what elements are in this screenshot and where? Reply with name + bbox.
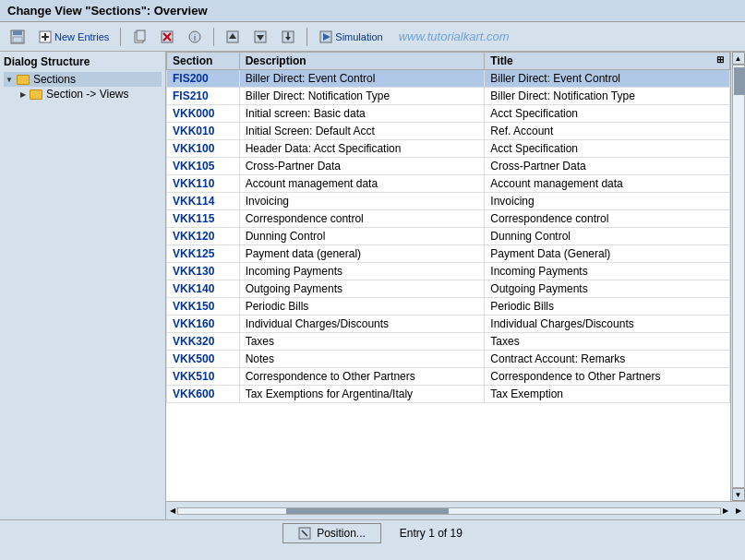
table-row[interactable]: VKK110Account management dataAccount man…: [167, 175, 730, 193]
cell-description: Periodic Bills: [239, 298, 485, 316]
table-row[interactable]: VKK000Initial screen: Basic dataAcct Spe…: [167, 105, 730, 123]
col-title: Title ⊞: [485, 53, 730, 70]
cell-description: Outgoing Payments: [239, 280, 485, 298]
info-button[interactable]: i: [183, 27, 207, 47]
delete-icon: [160, 30, 174, 44]
scroll-right-button[interactable]: ▶: [721, 506, 730, 515]
cell-section: VKK510: [167, 368, 240, 386]
child-arrow: ▶: [20, 90, 26, 99]
move-down-button[interactable]: [248, 27, 272, 47]
table-row[interactable]: VKK160Individual Charges/DiscountsIndivi…: [167, 316, 730, 333]
cell-section: VKK500: [167, 351, 240, 368]
save-button[interactable]: [6, 27, 30, 47]
table-row[interactable]: VKK120Dunning ControlDunning Control: [167, 228, 730, 245]
cell-section: VKK125: [167, 245, 240, 263]
svg-rect-1: [13, 30, 22, 35]
table-row[interactable]: VKK115Correspondence controlCorresponden…: [167, 210, 730, 228]
table-wrapper: Section Description Title ⊞ FIS200Biller…: [166, 52, 745, 501]
table-row[interactable]: VKK500NotesContract Account: Remarks: [167, 351, 730, 368]
position-button[interactable]: Position...: [282, 523, 381, 543]
new-entries-icon: [38, 30, 53, 44]
simulation-icon: [318, 30, 333, 44]
table-row[interactable]: VKK125Payment data (general)Payment Data…: [167, 245, 730, 263]
info-icon: i: [187, 30, 202, 44]
export-icon: [281, 30, 295, 44]
cell-title: Correspondence control: [485, 210, 730, 228]
position-icon: [298, 527, 311, 540]
new-entries-label: New Entries: [54, 31, 109, 42]
table-row[interactable]: VKK600Tax Exemptions for Argentina/Italy…: [167, 386, 730, 403]
svg-text:i: i: [194, 33, 196, 42]
cell-title: Account management data: [485, 175, 730, 193]
separator-1: [120, 28, 121, 46]
scroll-track: [732, 65, 745, 488]
cell-description: Correspondence control: [239, 210, 485, 228]
delete-button[interactable]: [155, 27, 179, 47]
table-row[interactable]: VKK010Initial Screen: Default AcctRef. A…: [167, 123, 730, 140]
new-entries-button[interactable]: New Entries: [33, 27, 114, 47]
sidebar-item-section-views[interactable]: ▶ Section -> Views: [18, 87, 162, 101]
cell-section: FIS210: [167, 88, 240, 105]
move-up-icon: [225, 30, 240, 44]
cell-title: Taxes: [485, 333, 730, 351]
cell-section: VKK110: [167, 175, 240, 193]
sections-label: Sections: [33, 73, 76, 86]
cell-title: Ref. Account: [485, 123, 730, 140]
vertical-scrollbar[interactable]: ▲ ▼: [730, 52, 745, 501]
simulation-button[interactable]: Simulation: [314, 27, 387, 47]
table-row[interactable]: VKK130Incoming PaymentsIncoming Payments: [167, 263, 730, 280]
table-row[interactable]: VKK140Outgoing PaymentsOutgoing Payments: [167, 280, 730, 298]
scroll-down-button[interactable]: ▼: [732, 488, 745, 501]
cell-section: VKK130: [167, 263, 240, 280]
cell-section: VKK000: [167, 105, 240, 123]
table-row[interactable]: FIS210Biller Direct: Notification TypeBi…: [167, 88, 730, 105]
cell-section: VKK010: [167, 123, 240, 140]
cell-section: VKK140: [167, 280, 240, 298]
table-scroll[interactable]: Section Description Title ⊞ FIS200Biller…: [166, 52, 730, 501]
cell-title: Contract Account: Remarks: [485, 351, 730, 368]
export-button[interactable]: [276, 27, 300, 47]
table-row[interactable]: VKK100Header Data: Acct SpecificationAcc…: [167, 140, 730, 158]
watermark: www.tutorialkart.com: [399, 30, 510, 43]
entry-info: Entry 1 of 19: [400, 527, 463, 540]
folder-icon-child: [30, 89, 42, 100]
svg-rect-2: [13, 37, 22, 42]
table-row[interactable]: VKK150Periodic BillsPeriodic Bills: [167, 298, 730, 316]
cell-description: Account management data: [239, 175, 485, 193]
cell-title: Outgoing Payments: [485, 280, 730, 298]
folder-icon: [17, 75, 30, 85]
cell-section: VKK150: [167, 298, 240, 316]
h-scroll-right-2[interactable]: ▶: [734, 506, 743, 515]
table-row[interactable]: FIS200Biller Direct: Event ControlBiller…: [167, 70, 730, 88]
cell-description: Individual Charges/Discounts: [239, 316, 485, 333]
table-row[interactable]: VKK510Correspondence to Other PartnersCo…: [167, 368, 730, 386]
cell-section: VKK115: [167, 210, 240, 228]
table-row[interactable]: VKK114InvoicingInvoicing: [167, 193, 730, 210]
table-row[interactable]: VKK105Cross-Partner DataCross-Partner Da…: [167, 158, 730, 175]
scroll-left-button[interactable]: ◀: [168, 506, 177, 515]
cell-description: Invoicing: [239, 193, 485, 210]
table-row[interactable]: VKK320TaxesTaxes: [167, 333, 730, 351]
cell-description: Taxes: [239, 333, 485, 351]
cell-title: Payment Data (General): [485, 245, 730, 263]
cell-description: Initial screen: Basic data: [239, 105, 485, 123]
move-down-icon: [253, 30, 268, 44]
cell-description: Biller Direct: Event Control: [239, 70, 485, 88]
simulation-label: Simulation: [335, 31, 382, 42]
cell-description: Incoming Payments: [239, 263, 485, 280]
sidebar-title: Dialog Structure: [4, 55, 162, 68]
move-up-button[interactable]: [221, 27, 245, 47]
horizontal-scrollbar[interactable]: ◀ ▶ ▶: [166, 501, 745, 519]
title-text: Change View "Sections": Overview: [7, 4, 208, 18]
cell-section: VKK100: [167, 140, 240, 158]
copy-button[interactable]: [127, 27, 151, 47]
sidebar-item-sections[interactable]: ▼ Sections: [4, 72, 162, 87]
h-scroll-thumb: [286, 508, 449, 514]
expand-arrow: ▼: [6, 76, 13, 84]
scroll-up-button[interactable]: ▲: [732, 52, 745, 65]
cell-section: VKK160: [167, 316, 240, 333]
table-header-row: Section Description Title ⊞: [167, 53, 730, 70]
column-settings-icon[interactable]: ⊞: [716, 54, 724, 65]
section-views-label: Section -> Views: [46, 88, 129, 101]
cell-title: Biller Direct: Event Control: [485, 70, 730, 88]
